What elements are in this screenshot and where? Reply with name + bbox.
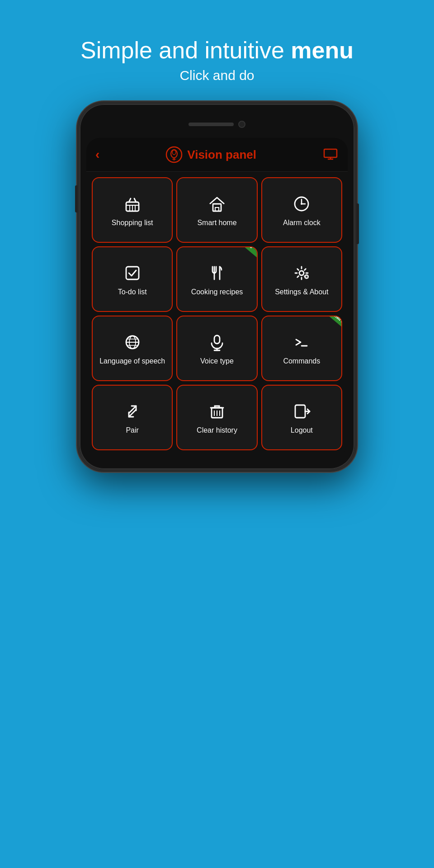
phone-camera xyxy=(238,121,245,128)
menu-item-label-cooking-recipes: Cooking recipes xyxy=(191,288,243,297)
menu-item-label-to-do-list: To-do list xyxy=(118,288,147,297)
logout-icon xyxy=(292,401,311,421)
menu-item-commands[interactable]: UNLIMITEDCommands xyxy=(261,316,342,381)
fork-knife-icon xyxy=(207,263,227,283)
phone-shell: ‹ Vision panel Shopping listSmart xyxy=(77,101,357,472)
menu-item-label-alarm-clock: Alarm clock xyxy=(283,218,321,228)
menu-item-settings-about[interactable]: Settings & About xyxy=(261,246,342,312)
phone-screen: ‹ Vision panel Shopping listSmart xyxy=(86,138,348,456)
hero-title: Simple and intuitive menu xyxy=(80,36,354,64)
menu-item-label-settings-about: Settings & About xyxy=(275,288,328,297)
app-header-center: Vision panel xyxy=(165,146,256,163)
menu-item-clear-history[interactable]: Clear history xyxy=(176,385,257,450)
clock-icon xyxy=(292,194,311,214)
badge-cooking-recipes: 8836 xyxy=(229,246,258,260)
hero-title-normal: Simple and intuitive xyxy=(80,37,291,63)
pair-arrows-icon xyxy=(123,401,142,421)
app-header: ‹ Vision panel xyxy=(86,138,348,172)
back-button[interactable]: ‹ xyxy=(95,147,99,162)
svg-line-32 xyxy=(129,406,136,413)
menu-item-pair[interactable]: Pair xyxy=(92,385,173,450)
svg-rect-19 xyxy=(126,267,139,279)
gear-icon xyxy=(292,263,311,283)
svg-point-22 xyxy=(299,271,304,275)
phone-top-bar xyxy=(84,113,350,136)
globe-icon xyxy=(123,332,142,352)
svg-rect-39 xyxy=(295,405,305,418)
svg-rect-28 xyxy=(214,335,220,344)
menu-item-label-pair: Pair xyxy=(126,426,138,435)
menu-item-label-language-speech: Language of speech xyxy=(99,357,165,366)
menu-grid: Shopping listSmart homeAlarm clockTo-do … xyxy=(86,172,348,456)
svg-rect-5 xyxy=(324,149,337,157)
home-icon xyxy=(207,194,227,214)
app-title: Vision panel xyxy=(187,148,256,162)
menu-item-label-shopping-list: Shopping list xyxy=(112,218,153,228)
menu-item-label-smart-home: Smart home xyxy=(197,218,236,228)
check-icon xyxy=(123,263,142,283)
terminal-icon xyxy=(292,332,311,352)
phone-speaker xyxy=(189,123,234,126)
menu-item-shopping-list[interactable]: Shopping list xyxy=(92,177,173,243)
menu-item-smart-home[interactable]: Smart home xyxy=(176,177,257,243)
menu-item-label-clear-history: Clear history xyxy=(197,426,237,435)
menu-item-label-voice-type: Voice type xyxy=(200,357,234,366)
hero-section: Simple and intuitive menu Click and do xyxy=(80,36,354,83)
basket-icon xyxy=(123,194,142,214)
app-logo-icon xyxy=(165,146,183,163)
svg-point-1 xyxy=(171,150,177,158)
trash-icon xyxy=(207,401,227,421)
svg-point-2 xyxy=(172,150,176,155)
mic-icon xyxy=(207,332,227,352)
monitor-icon xyxy=(322,146,339,163)
hero-subtitle: Click and do xyxy=(80,68,354,83)
badge-commands: UNLIMITED xyxy=(314,316,342,330)
svg-line-33 xyxy=(129,410,136,417)
menu-item-label-commands: Commands xyxy=(283,357,320,366)
menu-item-language-speech[interactable]: Language of speech xyxy=(92,316,173,381)
menu-item-to-do-list[interactable]: To-do list xyxy=(92,246,173,312)
menu-item-cooking-recipes[interactable]: 8836Cooking recipes xyxy=(176,246,257,312)
hero-title-bold: menu xyxy=(291,37,354,63)
menu-item-voice-type[interactable]: Voice type xyxy=(176,316,257,381)
menu-item-logout[interactable]: Logout xyxy=(261,385,342,450)
menu-item-alarm-clock[interactable]: Alarm clock xyxy=(261,177,342,243)
menu-item-label-logout: Logout xyxy=(291,426,313,435)
